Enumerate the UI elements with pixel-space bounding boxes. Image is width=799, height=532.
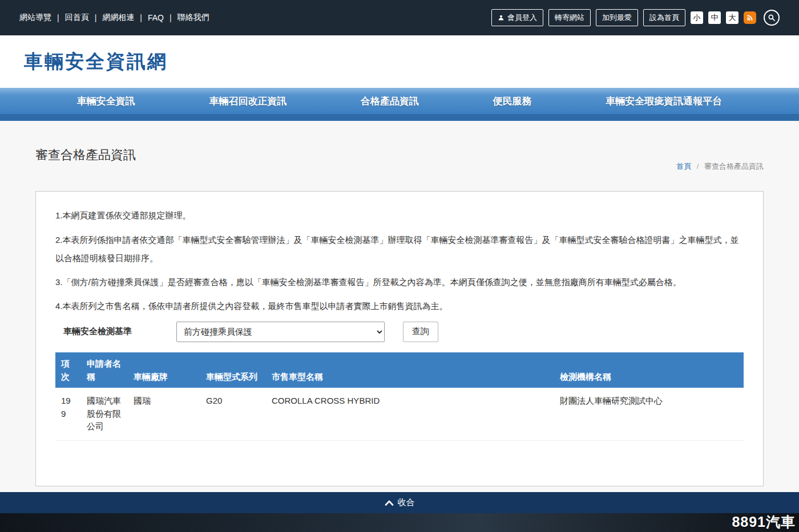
nav-item-vehicle-safety-info[interactable]: 車輛安全資訊 bbox=[77, 95, 135, 108]
header-test-institution: 檢測機構名稱 bbox=[554, 352, 744, 388]
note-2: 2.本表所列係指申請者依交通部「車輛型式安全審驗管理辦法」及「車輛安全檢測基準」… bbox=[55, 231, 744, 268]
separator: | bbox=[57, 13, 59, 22]
cell-test-institution: 財團法人車輛研究測試中心 bbox=[554, 388, 744, 440]
font-size-small-button[interactable]: 小 bbox=[691, 11, 703, 24]
search-icon bbox=[768, 14, 776, 22]
separator: | bbox=[140, 13, 142, 22]
forward-site-button[interactable]: 轉寄網站 bbox=[548, 9, 591, 26]
nav-item-defect-report-platform[interactable]: 車輛安全瑕疵資訊通報平台 bbox=[606, 95, 722, 108]
set-homepage-button[interactable]: 設為首頁 bbox=[643, 9, 685, 26]
cell-applicant: 國瑞汽車股份有限公司 bbox=[81, 388, 128, 440]
search-button[interactable] bbox=[764, 10, 780, 26]
font-size-medium-button[interactable]: 中 bbox=[708, 11, 721, 24]
topbar-actions: 會員登入 轉寄網站 加到最愛 設為首頁 小 中 大 bbox=[491, 9, 780, 26]
separator: | bbox=[170, 13, 172, 22]
nav-item-convenience-services[interactable]: 便民服務 bbox=[493, 95, 532, 108]
results-table: 項次 申請者名稱 車輛廠牌 車輛型式系列 市售車型名稱 檢測機構名稱 199 國… bbox=[55, 352, 744, 441]
page-head: 審查合格產品資訊 首頁 / 審查合格產品資訊 bbox=[35, 138, 764, 172]
cell-market-name: COROLLA CROSS HYBRID bbox=[266, 388, 554, 440]
collapse-label: 收合 bbox=[398, 497, 415, 508]
topbar-link-related-sites[interactable]: 網網相連 bbox=[102, 13, 134, 23]
table-header-row: 項次 申請者名稱 車輛廠牌 車輛型式系列 市售車型名稱 檢測機構名稱 bbox=[55, 352, 744, 388]
topbar: 網站導覽 | 回首頁 | 網網相連 | FAQ | 聯絡我們 會員登入 轉寄網站… bbox=[0, 0, 799, 35]
breadcrumb-separator: / bbox=[697, 162, 699, 170]
nav-item-qualified-products[interactable]: 合格產品資訊 bbox=[361, 95, 419, 108]
topbar-link-sitemap[interactable]: 網站導覽 bbox=[19, 13, 51, 23]
header-index: 項次 bbox=[55, 352, 81, 388]
rss-button[interactable] bbox=[744, 11, 756, 24]
nav-item-recall-info[interactable]: 車輛召回改正資訊 bbox=[209, 95, 286, 108]
site-title-logo[interactable]: 車輛安全資訊網 bbox=[24, 49, 168, 75]
member-login-label: 會員登入 bbox=[507, 13, 537, 23]
member-login-button[interactable]: 會員登入 bbox=[491, 9, 543, 26]
cell-brand: 國瑞 bbox=[128, 388, 200, 440]
filter-label: 車輛安全檢測基準 bbox=[63, 326, 132, 337]
topbar-link-faq[interactable]: FAQ bbox=[148, 13, 164, 22]
content-area: 審查合格產品資訊 首頁 / 審查合格產品資訊 1.本網頁建置係依交通部規定辦理。… bbox=[0, 121, 799, 492]
person-icon bbox=[498, 14, 505, 21]
main-navigation: 車輛安全資訊 車輛召回改正資訊 合格產品資訊 便民服務 車輛安全瑕疵資訊通報平台 bbox=[0, 88, 799, 114]
separator: | bbox=[95, 13, 97, 22]
header-applicant: 申請者名稱 bbox=[81, 352, 128, 388]
note-3: 3.「側方/前方碰撞乘員保護」是否經審查合格，應以「車輛安全檢測基準審查報告」所… bbox=[55, 273, 744, 291]
note-1: 1.本網頁建置係依交通部規定辦理。 bbox=[55, 206, 744, 225]
topbar-link-contact[interactable]: 聯絡我們 bbox=[177, 13, 209, 23]
font-size-large-button[interactable]: 大 bbox=[726, 11, 739, 24]
topbar-links: 網站導覽 | 回首頁 | 網網相連 | FAQ | 聯絡我們 bbox=[19, 13, 209, 23]
rss-icon bbox=[746, 14, 754, 22]
breadcrumb-home-link[interactable]: 首頁 bbox=[676, 162, 691, 170]
cell-index: 199 bbox=[55, 388, 81, 440]
page-title: 審查合格產品資訊 bbox=[35, 147, 136, 164]
query-button[interactable]: 查詢 bbox=[403, 322, 438, 342]
filter-row: 車輛安全檢測基準 前方碰撞乘員保護 查詢 bbox=[63, 322, 744, 342]
info-panel: 1.本網頁建置係依交通部規定辦理。 2.本表所列係指申請者依交通部「車輛型式安全… bbox=[35, 191, 764, 486]
header-model-series: 車輛型式系列 bbox=[200, 352, 266, 388]
cell-model-series: G20 bbox=[200, 388, 266, 440]
collapse-bar[interactable]: 收合 bbox=[0, 492, 799, 513]
nav-underline-strip bbox=[0, 114, 799, 121]
add-favorite-button[interactable]: 加到最愛 bbox=[596, 9, 638, 26]
safety-standard-select[interactable]: 前方碰撞乘員保護 bbox=[176, 322, 385, 342]
chevron-up-icon bbox=[385, 500, 394, 506]
watermark-text: 8891汽車 bbox=[732, 513, 796, 531]
footer-image-strip: 8891汽車 bbox=[0, 513, 799, 532]
breadcrumb-current: 審查合格產品資訊 bbox=[704, 162, 764, 170]
site-header: 車輛安全資訊網 bbox=[0, 35, 799, 88]
table-row: 199 國瑞汽車股份有限公司 國瑞 G20 COROLLA CROSS HYBR… bbox=[55, 388, 744, 440]
note-4: 4.本表所列之市售名稱，係依申請者所提供之內容登載，最終市售車型以申請者實際上市… bbox=[55, 297, 744, 315]
header-market-name: 市售車型名稱 bbox=[266, 352, 554, 388]
header-brand: 車輛廠牌 bbox=[128, 352, 200, 388]
topbar-link-home[interactable]: 回首頁 bbox=[65, 13, 89, 23]
breadcrumb: 首頁 / 審查合格產品資訊 bbox=[676, 161, 764, 172]
